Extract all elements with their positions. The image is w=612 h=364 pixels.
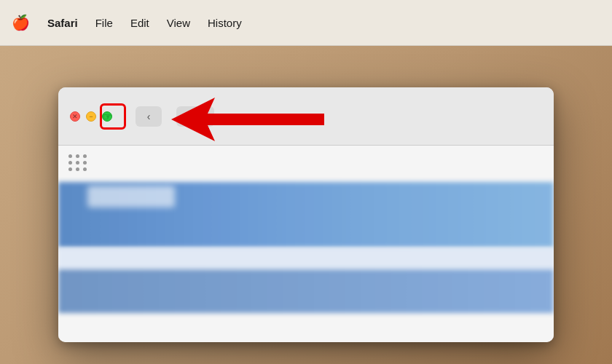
tab-overview-button[interactable]: ⊞: [176, 106, 214, 127]
dot-1: [68, 154, 72, 158]
window-toolbar: ✕ − ☞ ‹ ⊞: [58, 87, 554, 146]
dot-9: [83, 167, 87, 171]
tab-grid-icon: ⊞: [192, 111, 200, 122]
minimize-button[interactable]: −: [86, 111, 96, 122]
edit-menu[interactable]: Edit: [130, 17, 149, 29]
app-launcher-icon: [68, 154, 87, 171]
view-menu[interactable]: View: [167, 17, 190, 29]
hand-cursor-icon: ☞: [103, 111, 112, 122]
blurred-logo: [87, 186, 175, 207]
menubar: 🍎 Safari File Edit View History: [0, 0, 612, 46]
dot-6: [83, 161, 87, 165]
safari-menu[interactable]: Safari: [47, 17, 78, 29]
dot-7: [68, 167, 72, 171]
history-menu[interactable]: History: [208, 17, 242, 29]
apple-menu[interactable]: 🍎: [12, 14, 30, 31]
file-menu[interactable]: File: [95, 17, 113, 29]
close-button[interactable]: ✕: [70, 111, 80, 122]
content-bar-2: [58, 248, 554, 269]
dot-3: [83, 154, 87, 158]
minimize-icon: −: [89, 113, 93, 120]
safari-window: ✕ − ☞ ‹ ⊞: [58, 87, 554, 342]
dot-4: [68, 161, 72, 165]
back-chevron-icon: ‹: [147, 111, 151, 122]
content-bar-3: [58, 269, 554, 313]
dot-2: [76, 154, 79, 158]
back-button[interactable]: ‹: [136, 106, 162, 127]
traffic-lights: ✕ − ☞: [70, 111, 112, 122]
dot-5: [76, 161, 79, 165]
window-content: [58, 146, 554, 342]
close-icon: ✕: [72, 113, 78, 120]
maximize-button[interactable]: ☞: [102, 111, 112, 122]
dot-8: [76, 167, 79, 171]
